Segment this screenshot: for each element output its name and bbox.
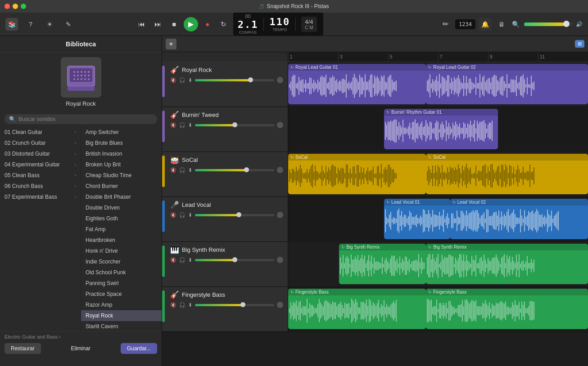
arm-button[interactable]: ⬇ xyxy=(188,212,192,218)
solo-button[interactable]: 🎧 xyxy=(179,302,185,308)
solo-button[interactable]: 🎧 xyxy=(179,167,185,173)
restore-button[interactable]: Restaurar xyxy=(5,343,41,354)
track-volume-slider[interactable] xyxy=(195,169,274,171)
search-input[interactable] xyxy=(18,116,153,122)
track-volume-knob[interactable] xyxy=(248,77,253,82)
delete-button[interactable]: Eliminar xyxy=(64,343,96,354)
window-title: 🎵 Snapshot Rock III - Pistas xyxy=(259,3,329,9)
track-volume-knob[interactable] xyxy=(240,302,245,307)
audio-clip[interactable]: ↻SoCal xyxy=(288,154,426,194)
mute-button[interactable]: 🔇 xyxy=(170,257,176,263)
svg-point-3 xyxy=(77,71,79,73)
pencil-icon[interactable]: ✎ xyxy=(62,18,75,31)
category-item[interactable]: 07 Experimental Bass› xyxy=(0,192,81,202)
add-track-button[interactable]: + xyxy=(166,39,176,49)
preset-item[interactable]: Big Brute Blues xyxy=(81,138,162,148)
preset-item[interactable]: Old School Punk xyxy=(81,267,162,278)
search-box[interactable]: 🔍 xyxy=(5,114,157,124)
preset-item[interactable]: Panning Swirl xyxy=(81,278,162,289)
preset-item[interactable]: Practice Space xyxy=(81,289,162,299)
track-volume-slider[interactable] xyxy=(195,304,274,306)
mute-button[interactable]: 🔇 xyxy=(170,77,176,83)
audio-clip[interactable]: ↻Big Synth Remix xyxy=(426,244,588,284)
preset-item[interactable]: Razor Amp xyxy=(81,299,162,310)
mute-button[interactable]: 🔇 xyxy=(170,302,176,308)
fullscreen-button[interactable] xyxy=(21,4,26,9)
preset-item[interactable]: Double Driven xyxy=(81,202,162,213)
preset-item[interactable]: Indie Scorcher xyxy=(81,256,162,267)
audio-clip[interactable]: ↻Royal Lead Guitar 02 xyxy=(426,64,588,104)
library-icon[interactable]: 📚 xyxy=(5,18,18,31)
time-signature[interactable]: 4/4 C M xyxy=(301,17,317,32)
preset-item[interactable]: Chord Burner xyxy=(81,181,162,192)
arm-button[interactable]: ⬇ xyxy=(188,77,192,83)
category-item[interactable]: 04 Experimental Guitar› xyxy=(0,159,81,170)
arm-button[interactable]: ⬇ xyxy=(188,302,192,308)
audio-clip[interactable]: ↻Fingerstyle Bass xyxy=(426,289,588,329)
smart-controls-icon[interactable]: ☀ xyxy=(43,18,56,31)
play-button[interactable]: ▶ xyxy=(184,17,198,31)
track-volume-knob[interactable] xyxy=(244,167,249,172)
audio-clip[interactable]: ↻Lead Vocal 01 xyxy=(384,199,450,239)
preset-item[interactable]: Double Brit Phaser xyxy=(81,192,162,202)
category-item[interactable]: 01 Clean Guitar› xyxy=(0,127,81,138)
close-button[interactable] xyxy=(5,4,10,9)
screen-icon[interactable]: 🖥 xyxy=(495,18,508,31)
save-button[interactable]: Guardar... xyxy=(121,343,157,354)
pencil-tool-icon[interactable]: ✏ xyxy=(439,18,452,31)
audio-clip[interactable]: ↻Royal Lead Guitar 01 xyxy=(288,64,426,104)
preset-item[interactable]: Starlit Cavern xyxy=(81,321,162,331)
search-icon[interactable]: 🔍 xyxy=(510,18,522,31)
category-item[interactable]: 05 Clean Bass› xyxy=(0,170,81,181)
fast-forward-button[interactable]: ⏭ xyxy=(151,18,165,31)
audio-clip[interactable]: ↻SoCal xyxy=(426,154,588,194)
track-type-icon: 🎸 xyxy=(170,111,179,119)
preset-item[interactable]: Cheap Studio Time xyxy=(81,170,162,181)
category-item[interactable]: 03 Distorted Guitar› xyxy=(0,148,81,159)
category-item[interactable]: 02 Crunch Guitar› xyxy=(0,138,81,148)
toolbar: 📚 ? ☀ ✎ ⏮ ⏭ ■ ▶ ● ↻ 00 2.1 COMPÁS 110 TE… xyxy=(0,13,588,36)
volume-slider[interactable]: 🔊 xyxy=(524,21,583,27)
clip-label: ↻Fingerstyle Bass xyxy=(288,289,426,295)
preset-item[interactable]: Amp Switcher xyxy=(81,127,162,138)
audio-clip[interactable]: ↻Big Synth Remix xyxy=(339,244,426,284)
solo-button[interactable]: 🎧 xyxy=(179,212,185,218)
preset-item[interactable]: Royal Rock xyxy=(81,310,162,321)
track-volume-slider[interactable] xyxy=(195,124,274,126)
mute-button[interactable]: 🔇 xyxy=(170,212,176,218)
preset-item[interactable]: Fat Amp xyxy=(81,224,162,235)
track-volume-knob[interactable] xyxy=(236,212,241,217)
track-volume-knob[interactable] xyxy=(232,257,237,262)
track-volume-knob[interactable] xyxy=(232,122,237,127)
arm-button[interactable]: ⬇ xyxy=(188,122,192,128)
record-button[interactable]: ● xyxy=(201,18,214,31)
solo-button[interactable]: 🎧 xyxy=(179,77,185,83)
tracks-scroll[interactable]: 1357911 🎸Royal Rock🔇🎧⬇↻Royal Lead Guitar… xyxy=(162,52,588,366)
category-item[interactable]: 06 Crunch Bass› xyxy=(0,181,81,192)
track-volume-slider[interactable] xyxy=(195,214,274,216)
preset-item[interactable]: Heartbroken xyxy=(81,235,162,245)
mute-button[interactable]: 🔇 xyxy=(170,167,176,173)
solo-button[interactable]: 🎧 xyxy=(179,257,185,263)
track-volume-slider[interactable] xyxy=(195,79,274,81)
audio-clip[interactable]: ↻Lead Vocal 02 xyxy=(450,199,588,239)
audio-clip[interactable]: ↻Fingerstyle Bass xyxy=(288,289,426,329)
stop-button[interactable]: ■ xyxy=(167,18,181,31)
help-icon[interactable]: ? xyxy=(24,18,37,31)
metronome-icon[interactable]: 🔔 xyxy=(479,18,492,31)
audio-clip[interactable]: ↻Burnin' Rhythm Guitar 01 xyxy=(384,109,498,149)
preset-item[interactable]: British Invasion xyxy=(81,148,162,159)
preset-item[interactable]: Broken Up Brit xyxy=(81,159,162,170)
cycle-button[interactable]: ↻ xyxy=(217,18,231,31)
mute-button[interactable]: 🔇 xyxy=(170,122,176,128)
arm-button[interactable]: ⬇ xyxy=(188,257,192,263)
preset-item[interactable]: Eighties Goth xyxy=(81,213,162,224)
preset-item[interactable]: Honk n' Drive xyxy=(81,245,162,256)
solo-button[interactable]: 🎧 xyxy=(179,122,185,128)
window-controls[interactable] xyxy=(5,4,26,9)
snap-button[interactable]: ⊞ xyxy=(575,40,584,48)
minimize-button[interactable] xyxy=(13,4,18,9)
track-volume-slider[interactable] xyxy=(195,259,274,261)
arm-button[interactable]: ⬇ xyxy=(188,167,192,173)
rewind-button[interactable]: ⏮ xyxy=(135,18,149,31)
